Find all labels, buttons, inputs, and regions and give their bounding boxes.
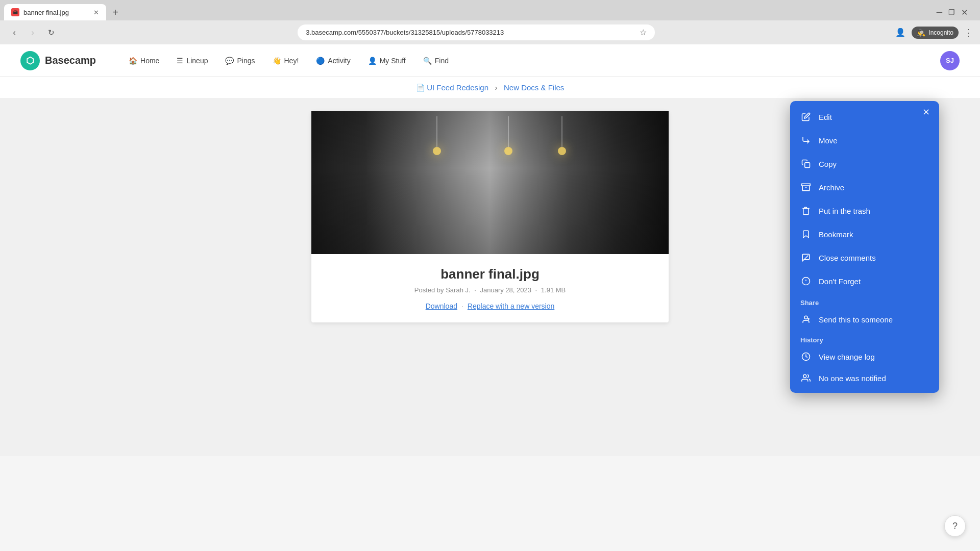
tab-favicon: 🏔 — [11, 8, 19, 16]
logo[interactable]: ⬡ Basecamp — [20, 51, 96, 70]
find-icon: 🔍 — [423, 57, 432, 65]
menu-item-view-change-log[interactable]: View change log — [790, 346, 939, 367]
svg-point-11 — [803, 374, 806, 378]
breadcrumb-separator: › — [495, 83, 498, 92]
bookmark-icon — [800, 229, 812, 240]
minimize-button[interactable]: ─ — [937, 8, 942, 17]
nav-hey[interactable]: 👋 Hey! — [264, 53, 307, 69]
breadcrumb-project[interactable]: UI Feed Redesign — [427, 83, 488, 92]
dont-forget-icon — [800, 276, 812, 287]
svg-rect-1 — [802, 184, 811, 186]
browser-chrome: 🏔 banner final.jpg ✕ + ─ ❐ ✕ ‹ › ↻ 3.bas… — [0, 0, 980, 44]
reload-button[interactable]: ↻ — [44, 26, 58, 40]
back-button[interactable]: ‹ — [7, 26, 21, 40]
archive-icon — [800, 182, 812, 193]
file-actions: Download · Replace with a new version — [324, 302, 656, 310]
mystuff-icon: 👤 — [368, 57, 377, 65]
restore-button[interactable]: ❐ — [948, 8, 955, 16]
close-window-button[interactable]: ✕ — [961, 8, 968, 17]
help-button[interactable]: ? — [944, 515, 966, 537]
menu-item-dont-forget[interactable]: Don't Forget — [790, 269, 939, 293]
file-card: banner final.jpg Posted by Sarah J. · Ja… — [311, 111, 669, 322]
menu-close-button[interactable]: ✕ — [920, 106, 932, 118]
docs-icon: 📄 — [416, 84, 425, 92]
home-icon: 🏠 — [129, 57, 137, 65]
menu-item-no-one-notified[interactable]: No one was notified — [790, 367, 939, 389]
trash-icon — [800, 205, 812, 216]
svg-point-7 — [804, 316, 807, 319]
menu-item-copy[interactable]: Copy — [790, 152, 939, 176]
page-content: banner final.jpg Posted by Sarah J. · Ja… — [0, 99, 980, 456]
logo-icon: ⬡ — [20, 51, 40, 70]
extensions-area: 👤 — [894, 27, 906, 39]
copy-icon — [800, 158, 812, 169]
tab-bar: 🏔 banner final.jpg ✕ + ─ ❐ ✕ — [0, 0, 980, 20]
menu-item-send-to-someone[interactable]: Send this to someone — [790, 309, 939, 330]
pings-icon: 💬 — [225, 57, 234, 65]
app-header: ⬡ Basecamp 🏠 Home ☰ Lineup 💬 Pings 👋 Hey… — [0, 44, 980, 77]
download-link[interactable]: Download — [426, 302, 457, 310]
nav-home[interactable]: 🏠 Home — [120, 53, 167, 69]
close-comments-icon — [800, 252, 812, 263]
menu-item-bookmark[interactable]: Bookmark — [790, 222, 939, 246]
file-info: banner final.jpg Posted by Sarah J. · Ja… — [311, 254, 669, 322]
no-one-notified-icon — [800, 372, 812, 384]
new-tab-button[interactable]: + — [108, 5, 122, 19]
close-tab-icon[interactable]: ✕ — [93, 9, 99, 16]
menu-item-trash[interactable]: Put in the trash — [790, 199, 939, 222]
move-icon — [800, 135, 812, 146]
history-section-label: History — [790, 330, 939, 346]
nav-find[interactable]: 🔍 Find — [415, 53, 457, 69]
file-meta: Posted by Sarah J. · January 28, 2023 · … — [324, 286, 656, 294]
nav-lineup[interactable]: ☰ Lineup — [168, 53, 216, 69]
incognito-profile[interactable]: 🕵 Incognito — [912, 27, 959, 39]
bookmark-star-icon[interactable]: ☆ — [640, 28, 647, 37]
tab-title: banner final.jpg — [23, 9, 89, 16]
active-tab[interactable]: 🏔 banner final.jpg ✕ — [4, 4, 106, 20]
menu-item-close-comments[interactable]: Close comments — [790, 246, 939, 269]
breadcrumb-section[interactable]: New Docs & Files — [504, 83, 564, 92]
chrome-menu-button[interactable]: ⋮ — [964, 27, 973, 38]
forward-button[interactable]: › — [26, 26, 40, 40]
send-to-someone-icon — [800, 314, 812, 325]
activity-icon: 🔵 — [316, 57, 325, 65]
svg-rect-0 — [805, 163, 810, 168]
hey-icon: 👋 — [273, 57, 281, 65]
replace-link[interactable]: Replace with a new version — [468, 302, 554, 310]
address-bar-text[interactable]: 3.basecamp.com/5550377/buckets/31325815/… — [306, 29, 640, 36]
nav-mystuff[interactable]: 👤 My Stuff — [360, 53, 414, 69]
nav-activity[interactable]: 🔵 Activity — [308, 53, 358, 69]
view-change-log-icon — [800, 351, 812, 362]
menu-item-edit[interactable]: Edit — [790, 105, 939, 129]
menu-item-move[interactable]: Move — [790, 129, 939, 152]
user-avatar[interactable]: SJ — [940, 51, 960, 70]
main-nav: 🏠 Home ☰ Lineup 💬 Pings 👋 Hey! 🔵 Activit… — [120, 53, 940, 69]
profile-switcher-icon[interactable]: 👤 — [894, 27, 906, 39]
breadcrumb-bar: 📄 UI Feed Redesign › New Docs & Files — [0, 77, 980, 99]
lineup-icon: ☰ — [177, 57, 183, 65]
nav-pings[interactable]: 💬 Pings — [217, 53, 263, 69]
file-name: banner final.jpg — [324, 266, 656, 282]
logo-text: Basecamp — [45, 55, 96, 66]
file-image — [311, 111, 669, 254]
edit-icon — [800, 111, 812, 122]
menu-item-archive[interactable]: Archive — [790, 176, 939, 199]
context-menu: ✕ Edit Move Copy Archive — [790, 101, 939, 393]
share-section-label: Share — [790, 293, 939, 309]
